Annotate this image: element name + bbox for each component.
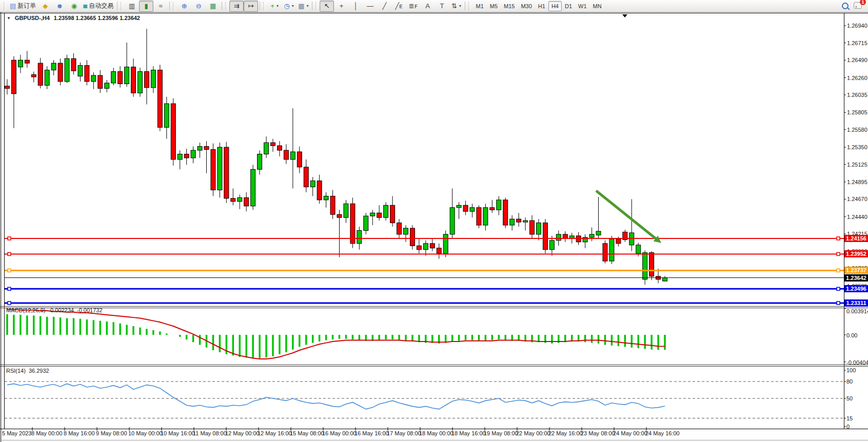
time-axis-label[interactable]: 5 May 2023 <box>2 430 31 436</box>
price-tick-label: 1.26940 <box>847 23 867 29</box>
label-button[interactable]: T <box>435 1 449 12</box>
vline-button[interactable]: │ <box>348 1 363 12</box>
time-axis-label[interactable]: 12 May 16:00 <box>258 430 292 436</box>
trendline-button[interactable]: ╱ <box>377 1 391 12</box>
line-anchor-handle[interactable] <box>837 237 840 240</box>
candle <box>616 239 621 244</box>
candle-chart-button[interactable]: ▮ <box>139 1 153 12</box>
candle <box>430 244 435 248</box>
line-anchor-handle[interactable] <box>8 269 11 272</box>
time-axis-label[interactable]: 8 May 00:00 <box>31 430 63 436</box>
candle <box>31 75 36 77</box>
object-menu-icon[interactable]: ▼ <box>7 16 11 21</box>
chart-shift-button[interactable]: ↦ <box>244 1 258 12</box>
line-anchor-handle[interactable] <box>837 269 840 272</box>
time-axis-label[interactable]: 23 May 08:00 <box>581 430 615 436</box>
candle <box>563 234 567 238</box>
line-anchor-handle[interactable] <box>8 302 11 305</box>
line-anchor-handle[interactable] <box>837 302 840 305</box>
price-tick-label: 1.25580 <box>847 127 867 133</box>
price-line-badge: 1.24156 <box>844 235 868 242</box>
shapes-button[interactable]: ⇅▾ <box>449 1 463 12</box>
doc-plus-icon: ▤ <box>10 3 16 9</box>
candle <box>463 205 468 211</box>
time-axis-label[interactable]: 18 May 16:00 <box>451 430 486 436</box>
time-axis-label[interactable]: 16 May 00:00 <box>322 430 357 436</box>
fibonacci-button[interactable]: ≣ꜰ <box>406 1 420 12</box>
toolbar-group-handle[interactable] <box>121 2 123 10</box>
chevron-down-icon[interactable]: ▾ <box>459 4 461 8</box>
text-button[interactable]: A <box>420 1 435 12</box>
line-anchor-handle[interactable] <box>8 252 11 255</box>
time-axis-label[interactable]: 22 May 16:00 <box>548 430 583 436</box>
text-label-icon: T <box>440 3 444 9</box>
search-icon[interactable] <box>842 3 849 9</box>
line-anchor-handle[interactable] <box>8 237 11 240</box>
toolbar-group-handle[interactable] <box>468 2 471 10</box>
time-axis-label[interactable]: 24 May 00:00 <box>613 430 647 436</box>
time-axis-label[interactable]: 9 May 08:00 <box>96 430 127 436</box>
chevron-down-icon[interactable]: ▾ <box>277 4 279 8</box>
auto-scroll-button[interactable]: ⇉ <box>229 1 244 12</box>
time-axis-label[interactable]: 17 May 08:00 <box>387 430 421 436</box>
templates-button[interactable]: ▩▾ <box>296 1 310 12</box>
toolbar-group-handle[interactable] <box>315 2 318 10</box>
styler-button[interactable]: ◆ <box>38 1 52 12</box>
tile-windows-button[interactable]: ▦ <box>206 1 220 12</box>
rsi-axis-label: 80 <box>846 378 853 385</box>
line-anchor-handle[interactable] <box>837 252 840 255</box>
timeframe-h1-button[interactable]: H1 <box>535 1 548 11</box>
timeframe-mn-button[interactable]: MN <box>590 1 605 11</box>
autotrading-button[interactable]: ◙自动交易 <box>81 1 115 12</box>
price-tick-label: 1.25805 <box>847 109 867 115</box>
toolbar-group-handle[interactable] <box>173 2 175 10</box>
line-anchor-handle[interactable] <box>837 287 840 290</box>
chevron-down-icon[interactable]: ▾ <box>292 4 294 8</box>
timeframe-d1-button[interactable]: D1 <box>562 1 575 11</box>
chevron-down-icon[interactable]: ▾ <box>306 4 308 8</box>
time-axis-label[interactable]: 19 May 08:00 <box>484 430 518 436</box>
time-axis-label[interactable]: 24 May 16:00 <box>645 430 680 436</box>
price-tick-label: 1.26490 <box>847 57 867 63</box>
timeframe-h4-button[interactable]: H4 <box>548 1 562 11</box>
indicators-button[interactable]: +▾ <box>267 1 282 12</box>
crosshair-button[interactable]: + <box>334 1 348 12</box>
toolbar-group-handle[interactable] <box>4 2 6 10</box>
toolbar-group-handle[interactable] <box>225 2 228 10</box>
timeframe-w1-button[interactable]: W1 <box>575 1 590 11</box>
candle <box>65 58 69 82</box>
bar-chart-button[interactable]: ▥ <box>125 1 139 12</box>
price-tick-label: 1.25125 <box>847 162 867 168</box>
candle <box>410 228 415 246</box>
time-axis-label[interactable]: 16 May 16:00 <box>354 430 389 436</box>
timeframe-m1-button[interactable]: M1 <box>472 1 486 11</box>
time-axis-label[interactable]: 11 May 08:00 <box>193 430 227 436</box>
time-axis-label[interactable]: 10 May 16:00 <box>161 430 195 436</box>
timeframe-m5-button[interactable]: M5 <box>487 1 501 11</box>
channel-button[interactable]: ╱ᴇ <box>391 1 406 12</box>
time-axis-label[interactable]: 18 May 00:00 <box>419 430 453 436</box>
macd-indicator-label: MACD(12,26,9) -0.002234 -0.001732 <box>6 307 103 313</box>
macd-axis-label: -0.004049 <box>846 359 868 366</box>
profile-button[interactable]: ☻ <box>52 1 67 12</box>
timeframe-m30-button[interactable]: M30 <box>518 1 535 11</box>
new-order-button[interactable]: ▤新订单 <box>8 1 38 12</box>
notifications-button[interactable]: 1 <box>854 2 862 10</box>
candlestick-icon: ▮ <box>145 3 148 9</box>
timeframe-m15-button[interactable]: M15 <box>501 1 518 11</box>
candle <box>503 200 508 225</box>
zoom-out-button[interactable]: ⊖ <box>191 1 206 12</box>
line-anchor-handle[interactable] <box>8 287 11 290</box>
line-chart-button[interactable]: ≈ <box>153 1 168 12</box>
time-axis-label[interactable]: 10 May 00:00 <box>128 430 163 436</box>
cursor-button[interactable]: ↖ <box>320 1 334 12</box>
time-axis-label[interactable]: 12 May 00:00 <box>225 430 260 436</box>
time-axis-label[interactable]: 8 May 16:00 <box>64 430 95 436</box>
time-axis-label[interactable]: 15 May 08:00 <box>290 430 324 436</box>
signals-button[interactable]: ◉ <box>67 1 81 12</box>
hline-button[interactable]: — <box>363 1 377 12</box>
periods-button[interactable]: ◷▾ <box>282 1 296 12</box>
toolbar-group-handle[interactable] <box>263 2 266 10</box>
zoom-in-button[interactable]: ⊕ <box>177 1 191 12</box>
time-axis-label[interactable]: 22 May 00:00 <box>516 430 550 436</box>
